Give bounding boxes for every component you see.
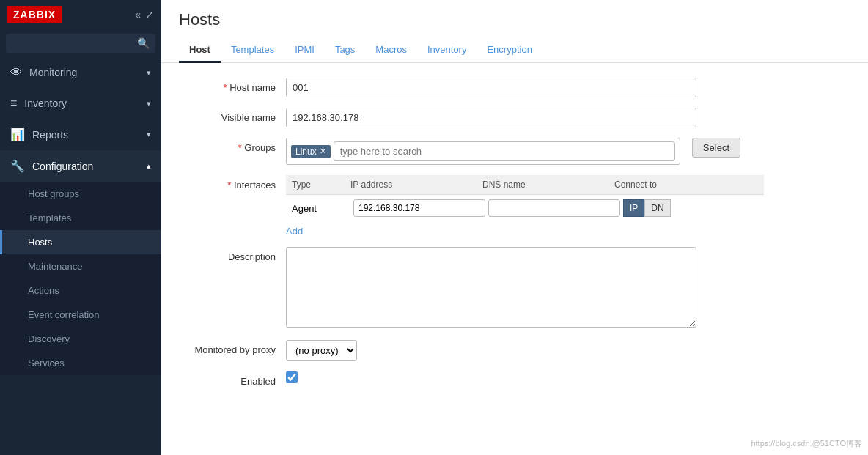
host-name-input[interactable] xyxy=(286,78,696,97)
groups-search-input[interactable] xyxy=(334,141,675,161)
visible-name-label: Visible name xyxy=(183,108,286,123)
tab-tags[interactable]: Tags xyxy=(325,38,365,63)
add-interface-link[interactable]: Add xyxy=(286,226,303,237)
tab-inventory[interactable]: Inventory xyxy=(417,38,477,63)
tabs-bar: Host Templates IPMI Tags Macros Inventor… xyxy=(179,38,850,62)
search-box: 🔍 xyxy=(6,34,155,53)
visible-name-input[interactable] xyxy=(286,108,696,127)
proxy-row: Monitored by proxy (no proxy) xyxy=(183,340,846,361)
sidebar-sub-discovery[interactable]: Discovery xyxy=(0,327,161,351)
col-type: Type xyxy=(292,180,350,190)
tab-encryption[interactable]: Encryption xyxy=(477,38,542,63)
host-name-input-wrap xyxy=(286,78,696,97)
description-row: Description xyxy=(183,247,846,330)
description-wrap xyxy=(286,247,696,330)
interface-dns-input[interactable] xyxy=(488,199,620,217)
inventory-icon: ≡ xyxy=(10,97,17,110)
reports-arrow: ▾ xyxy=(147,130,151,139)
description-textarea[interactable] xyxy=(286,247,696,328)
enabled-row: Enabled xyxy=(183,371,846,387)
sidebar: ZABBIX « ⤢ 🔍 👁 Monitoring ▾ ≡ Inventory … xyxy=(0,0,161,455)
interfaces-header: Type IP address DNS name Connect to xyxy=(286,175,764,195)
tab-templates[interactable]: Templates xyxy=(221,38,284,63)
main-content: Hosts Host Templates IPMI Tags Macros In… xyxy=(161,0,868,455)
sidebar-header: ZABBIX « ⤢ xyxy=(0,0,161,29)
proxy-wrap: (no proxy) xyxy=(286,340,357,361)
watermark: https://blog.csdn.@51CTO博客 xyxy=(751,438,862,449)
select-button[interactable]: Select xyxy=(692,138,740,158)
sidebar-sub-actions[interactable]: Actions xyxy=(0,278,161,303)
form-area: Host name Visible name Groups Linux ✕ xyxy=(161,63,868,455)
configuration-label: Configuration xyxy=(32,160,93,172)
sidebar-sub-host-groups[interactable]: Host groups xyxy=(0,182,161,206)
proxy-select[interactable]: (no proxy) xyxy=(286,340,357,361)
col-ip: IP address xyxy=(350,180,482,190)
host-name-row: Host name xyxy=(183,78,846,97)
reports-label: Reports xyxy=(32,129,68,141)
sidebar-sub-maintenance[interactable]: Maintenance xyxy=(0,254,161,278)
proxy-label: Monitored by proxy xyxy=(183,340,286,355)
groups-row: Groups Linux ✕ Select xyxy=(183,138,846,165)
interfaces-wrap: Type IP address DNS name Connect to Agen… xyxy=(286,175,764,237)
col-actions xyxy=(702,180,746,190)
interfaces-data-row: Agent IP DN xyxy=(286,195,764,221)
tab-host[interactable]: Host xyxy=(179,38,221,63)
search-icon: 🔍 xyxy=(137,37,150,49)
monitoring-icon: 👁 xyxy=(10,66,22,79)
sidebar-item-reports[interactable]: 📊 Reports ▾ xyxy=(0,119,161,150)
interfaces-row: Interfaces Type IP address DNS name Conn… xyxy=(183,175,846,237)
enabled-wrap xyxy=(286,371,298,383)
host-name-label: Host name xyxy=(183,78,286,93)
groups-input-wrap: Linux ✕ Select xyxy=(286,138,740,165)
enabled-label: Enabled xyxy=(183,371,286,387)
sidebar-sub-services[interactable]: Services xyxy=(0,351,161,375)
interface-type-agent: Agent xyxy=(292,203,350,214)
linux-tag-remove[interactable]: ✕ xyxy=(320,147,326,156)
col-dns: DNS name xyxy=(482,180,614,190)
configuration-submenu: Host groups Templates Hosts Maintenance … xyxy=(0,182,161,375)
sidebar-item-inventory[interactable]: ≡ Inventory ▾ xyxy=(0,88,161,119)
zabbix-logo[interactable]: ZABBIX xyxy=(7,6,62,23)
interface-ip-input[interactable] xyxy=(353,199,485,217)
col-connect: Connect to xyxy=(614,180,702,190)
reports-icon: 📊 xyxy=(10,127,25,141)
sidebar-item-configuration[interactable]: 🔧 Configuration ▴ xyxy=(0,150,161,182)
visible-name-row: Visible name xyxy=(183,108,846,127)
monitoring-label: Monitoring xyxy=(29,67,77,78)
enabled-checkbox[interactable] xyxy=(286,371,298,383)
sidebar-item-monitoring[interactable]: 👁 Monitoring ▾ xyxy=(0,57,161,88)
sidebar-sub-templates[interactable]: Templates xyxy=(0,206,161,230)
inventory-label: Inventory xyxy=(24,97,67,109)
ip-dns-toggle: IP DN xyxy=(623,199,711,217)
inventory-arrow: ▾ xyxy=(147,99,151,108)
description-label: Description xyxy=(183,247,286,262)
page-title: Hosts xyxy=(179,10,850,29)
collapse-icon[interactable]: « xyxy=(135,9,141,21)
sidebar-sub-hosts[interactable]: Hosts xyxy=(0,230,161,254)
linux-tag-label: Linux xyxy=(295,147,317,157)
sidebar-sub-event-correlation[interactable]: Event correlation xyxy=(0,303,161,327)
dns-button[interactable]: DN xyxy=(644,199,670,217)
monitoring-arrow: ▾ xyxy=(147,68,151,78)
groups-container[interactable]: Linux ✕ xyxy=(286,138,680,165)
tab-ipmi[interactable]: IPMI xyxy=(284,38,325,63)
visible-name-input-wrap xyxy=(286,108,696,127)
configuration-icon: 🔧 xyxy=(10,159,25,173)
groups-label: Groups xyxy=(183,138,286,153)
configuration-arrow: ▴ xyxy=(147,161,151,171)
expand-icon[interactable]: ⤢ xyxy=(145,9,154,21)
ip-button[interactable]: IP xyxy=(623,199,644,217)
page-header: Hosts Host Templates IPMI Tags Macros In… xyxy=(161,0,868,63)
nav-section: 👁 Monitoring ▾ ≡ Inventory ▾ 📊 Reports ▾… xyxy=(0,57,161,375)
tab-macros[interactable]: Macros xyxy=(365,38,417,63)
search-input[interactable] xyxy=(12,38,137,49)
linux-tag: Linux ✕ xyxy=(291,145,331,158)
interfaces-label: Interfaces xyxy=(183,175,286,190)
